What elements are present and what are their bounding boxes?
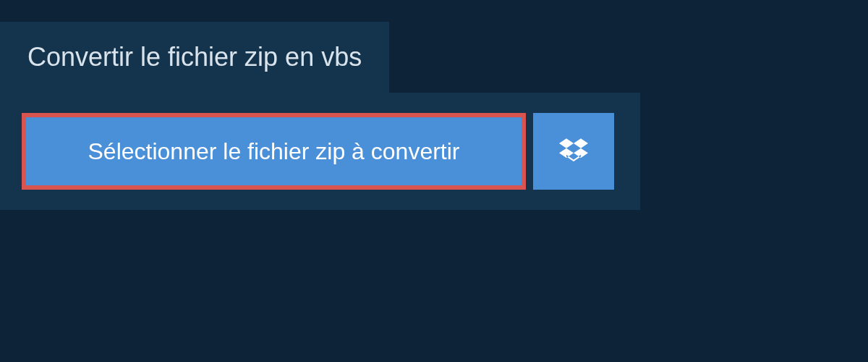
dropbox-icon (559, 136, 588, 167)
action-panel: Sélectionner le fichier zip à convertir (0, 93, 640, 210)
page-title: Convertir le fichier zip en vbs (0, 22, 389, 93)
dropbox-button[interactable] (533, 113, 614, 190)
select-file-button[interactable]: Sélectionner le fichier zip à convertir (22, 113, 526, 190)
select-file-label: Sélectionner le fichier zip à convertir (88, 138, 459, 165)
converter-widget: Convertir le fichier zip en vbs Sélectio… (0, 0, 868, 362)
button-row: Sélectionner le fichier zip à convertir (22, 113, 618, 190)
